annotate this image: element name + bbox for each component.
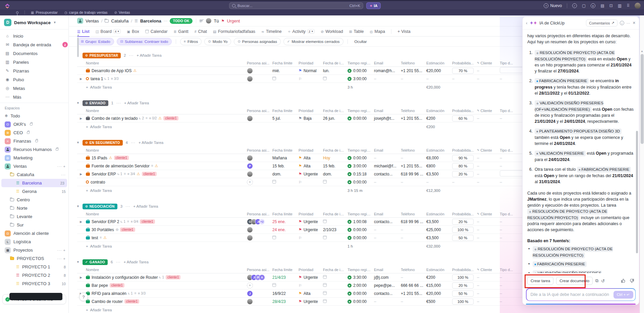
clickup-logo-icon[interactable]	[4, 3, 11, 9]
submit-shortcut-button[interactable]: Ctrl + ↵	[613, 291, 633, 299]
column-header[interactable]: Fecha de ini...	[323, 61, 347, 65]
task-name[interactable]: RFID para almacén	[92, 291, 126, 296]
column-header[interactable]: Fecha de ini...	[323, 109, 347, 113]
phone-cell[interactable]: –	[401, 299, 426, 304]
task-type-icon[interactable]	[86, 284, 90, 287]
tag-cliente1[interactable]: cliente1	[140, 219, 155, 224]
column-header[interactable]: Fecha límite	[272, 212, 299, 216]
probability-cell[interactable]: 100 %	[452, 274, 477, 280]
column-header[interactable]: Persona asi...	[247, 109, 272, 113]
time-tracked-cell[interactable]: ▶0:00:00	[347, 236, 374, 240]
time-tracked-cell[interactable]: ▶0:00:00	[347, 180, 374, 185]
time-tracked-cell[interactable]: ▶2:00:00	[347, 283, 374, 288]
tag-cliente1[interactable]: cliente1	[114, 156, 129, 160]
tab-timeline[interactable]: ≂Timeline	[261, 27, 282, 37]
priority-cell[interactable]: ⚑Urgente	[299, 275, 323, 280]
filter-pill[interactable]: ⊟Subtareas: Contraer todo	[117, 38, 172, 45]
avatar[interactable]	[247, 235, 253, 241]
time-tracked-cell[interactable]: ▶0:15:18	[347, 172, 374, 176]
scrollbar[interactable]: ▲	[77, 34, 79, 57]
cliente-cell[interactable]: –	[477, 116, 500, 121]
column-header[interactable]: Persona asi...	[247, 61, 272, 65]
time-tracked-cell[interactable]: ▶0:00:00	[347, 156, 374, 160]
window-scrollbar[interactable]: ▲	[640, 15, 644, 313]
assignees-cell[interactable]	[247, 155, 272, 161]
time-tracked-cell[interactable]: ▶3:00:00	[347, 76, 374, 81]
tab-chat[interactable]: #Chat	[195, 27, 207, 37]
tab-mapa[interactable]: ◎Mapa	[370, 27, 385, 37]
column-header[interactable]: Email	[374, 109, 401, 113]
play-icon[interactable]: ▶	[347, 180, 352, 184]
add-task-button[interactable]: + Añadir Tarea	[86, 85, 112, 89]
favorite-item[interactable]: ◷carga de trabajo ventas	[64, 10, 108, 14]
email-cell[interactable]: –	[374, 227, 401, 232]
priority-cell[interactable]: ⚑Alta	[299, 291, 323, 296]
sidebar-item-barcelona[interactable]: ☰Barcelona23	[1, 179, 67, 187]
column-header[interactable]: Teléfono	[401, 148, 426, 152]
column-header[interactable]: Probabilida...	[452, 212, 477, 216]
estimate-cell[interactable]: €15,000	[426, 283, 452, 288]
probability-cell[interactable]: 90 %	[452, 155, 477, 161]
group-more-icon[interactable]: ···	[125, 204, 130, 208]
estimate-cell[interactable]: €200	[426, 275, 452, 280]
column-header[interactable]: Prioridad	[299, 148, 323, 152]
breadcrumb-list[interactable]: Barcelona	[140, 18, 161, 23]
estimate-cell[interactable]: –	[426, 76, 452, 81]
expand-icon[interactable]: ▶	[80, 220, 82, 223]
task-name[interactable]: test	[92, 236, 98, 240]
play-icon[interactable]: ▶	[347, 292, 352, 296]
probability-cell[interactable]: 50 %	[452, 291, 477, 297]
more-icon[interactable]: ···	[164, 19, 167, 23]
sidebar-item-proyecto-1[interactable]: ☰PROYECTO 18	[0, 263, 68, 271]
item-actions[interactable]: ···	[61, 173, 66, 177]
column-header[interactable]: Tiempo registr...	[347, 148, 374, 152]
phone-cell[interactable]: 666 66 66 ...	[401, 283, 426, 288]
due-date-cell[interactable]: 5 jul.	[272, 116, 299, 121]
task-status-icon[interactable]	[86, 180, 89, 184]
column-header[interactable]: Estimación	[426, 268, 452, 272]
start-date-cell[interactable]: 2/10/23	[323, 227, 347, 232]
clip-record-icon[interactable]: ⊡	[609, 4, 613, 8]
column-header[interactable]: ✎Cliente	[477, 109, 500, 113]
time-tracked-cell[interactable]: ▶3:30:00	[347, 275, 374, 280]
estimate-cell[interactable]: €3,500	[426, 219, 452, 224]
task-name[interactable]: Fuente de alimentación Servidor	[92, 164, 150, 168]
time-tracked-cell[interactable]: ▶3:00:00	[347, 164, 374, 168]
sidebar-item-marketing[interactable]: ◍Marketing	[0, 154, 68, 162]
add-task-button[interactable]: + Añadir Tarea	[86, 125, 112, 129]
avatar[interactable]	[247, 76, 253, 82]
due-date-cell[interactable]	[272, 76, 299, 81]
email-cell[interactable]: –	[374, 180, 401, 185]
sidebar-item-más[interactable]: ⋯Más	[0, 93, 68, 101]
probability-cell[interactable]: 20 %	[452, 171, 477, 177]
task-name[interactable]: 15 iPads	[92, 156, 107, 160]
column-header[interactable]: Fecha límite	[272, 109, 299, 113]
task-type-icon[interactable]	[86, 276, 90, 279]
due-date-cell[interactable]	[272, 283, 299, 288]
task-name[interactable]: Instalación y configuración de Router	[92, 275, 158, 280]
due-date-cell[interactable]: 25 ene.	[272, 219, 299, 224]
regenerate-icon[interactable]: ↺	[601, 278, 605, 283]
favorite-item[interactable]: ⊘Ventas	[114, 10, 130, 14]
column-header[interactable]: Tiempo registr...	[347, 61, 374, 65]
help-button[interactable]: ?	[79, 293, 88, 301]
sidebar-item-gerona[interactable]: ☰Gerona15	[0, 187, 68, 196]
sidebar-item-metas[interactable]: ◎Metas	[0, 84, 68, 93]
column-header[interactable]: Fecha límite	[272, 61, 299, 65]
favorite-item[interactable]: ▦Presupuestar	[31, 10, 58, 14]
email-cell[interactable]: joseph@t...	[374, 116, 401, 121]
task-name[interactable]: Servidor ERP 2	[92, 219, 119, 224]
assignees-cell[interactable]	[247, 171, 272, 177]
priority-cell[interactable]: ⚑Urgente	[299, 172, 323, 176]
phone-cell[interactable]: +1 201 55...	[401, 164, 426, 168]
phone-cell[interactable]: +1 201 55...	[401, 116, 426, 121]
item-actions[interactable]: ··· +	[57, 257, 66, 261]
add-task-button[interactable]: + Añadir Tarea	[124, 101, 149, 105]
expand-icon[interactable]: ▶	[80, 77, 82, 81]
time-tracked-cell[interactable]: ▶1:00:08	[347, 219, 374, 224]
item-actions[interactable]: ··· +	[57, 164, 66, 168]
task-type-icon[interactable]	[86, 173, 90, 176]
tag-cliente1[interactable]: cliente1	[166, 275, 180, 279]
column-header[interactable]: Probabilida...	[452, 268, 477, 272]
assignees-cell[interactable]	[247, 299, 272, 305]
